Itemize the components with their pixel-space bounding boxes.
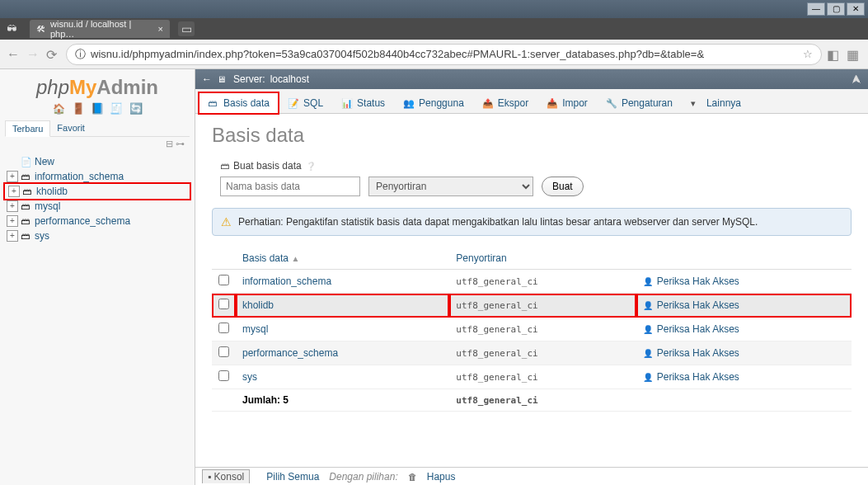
- minimize-button[interactable]: —: [807, 2, 825, 16]
- db-link[interactable]: performance_schema: [242, 347, 338, 359]
- table-row: mysql utf8_general_ci Periksa Hak Akses: [212, 318, 852, 341]
- scroll-top-icon[interactable]: ⮝: [852, 73, 861, 85]
- content-area: Basis data Buat basis data Penyortiran B…: [195, 114, 868, 467]
- sidebar: phpMyAdmin 🚪 📘 🧾 🔄 Terbaru Favorit ⊟ ⊶ N…: [0, 69, 195, 485]
- check-privileges-link[interactable]: Periksa Hak Akses: [657, 347, 739, 359]
- db-link[interactable]: information_schema: [242, 275, 331, 287]
- expand-icon[interactable]: +: [7, 171, 18, 182]
- create-database-section: Buat basis data Penyortiran Buat: [220, 160, 852, 196]
- tab-sql[interactable]: SQL: [279, 92, 332, 113]
- extension-icon-2[interactable]: ▦: [847, 47, 861, 62]
- db-link[interactable]: sys: [242, 371, 257, 383]
- close-window-button[interactable]: ✕: [847, 2, 865, 16]
- tree-item[interactable]: + sys: [5, 228, 190, 243]
- table-row: performance_schema utf8_general_ci Perik…: [212, 341, 852, 365]
- collation-value: utf8_general_ci: [449, 365, 636, 389]
- tab-recent[interactable]: Terbaru: [5, 120, 50, 137]
- col-database[interactable]: Basis data ▲: [236, 247, 449, 270]
- check-privileges-link[interactable]: Periksa Hak Akses: [657, 275, 739, 287]
- maximize-button[interactable]: ▢: [827, 2, 845, 16]
- home-icon[interactable]: [52, 102, 65, 115]
- select-all-link[interactable]: Pilih Semua: [266, 471, 319, 483]
- create-button[interactable]: Buat: [542, 177, 584, 196]
- reload-button[interactable]: ⟳: [46, 47, 61, 62]
- nav-collapse-icon[interactable]: ←: [202, 73, 212, 85]
- db-add-icon: [220, 160, 229, 172]
- breadcrumb: ← Server: localhost ⮝: [195, 69, 868, 89]
- expand-icon[interactable]: +: [7, 200, 18, 212]
- database-table: Basis data ▲ Penyortiran information_sch…: [212, 247, 852, 412]
- back-button[interactable]: ←: [7, 47, 21, 62]
- collapse-all-icon[interactable]: ⊟ ⊶: [5, 137, 190, 151]
- db-link[interactable]: mysql: [242, 323, 268, 335]
- reload-nav-icon[interactable]: 🔄: [129, 102, 143, 115]
- database-icon: [21, 230, 32, 242]
- collation-value: utf8_general_ci: [449, 341, 636, 365]
- collation-value: utf8_general_ci: [449, 318, 636, 341]
- console-toggle[interactable]: ▪ Konsol: [202, 469, 250, 483]
- docs-icon[interactable]: 📘: [91, 102, 104, 115]
- delete-link[interactable]: Hapus: [427, 471, 456, 483]
- tab-title: wisnu.id / localhost | php…: [50, 19, 150, 39]
- address-bar[interactable]: ⓘ wisnu.id/phpmyadmin/index.php?token=53…: [66, 44, 822, 65]
- help-icon[interactable]: [306, 160, 316, 172]
- logout-icon[interactable]: 🚪: [72, 102, 85, 115]
- row-checkbox[interactable]: [218, 275, 229, 285]
- info-icon[interactable]: ⓘ: [75, 47, 86, 62]
- row-checkbox[interactable]: [218, 346, 229, 357]
- expand-icon[interactable]: +: [7, 230, 18, 242]
- row-checkbox[interactable]: [218, 370, 229, 381]
- sql-query-icon[interactable]: 🧾: [110, 102, 123, 115]
- tab-export[interactable]: Ekspor: [473, 92, 537, 113]
- check-privileges-link[interactable]: Periksa Hak Akses: [657, 371, 739, 383]
- privileges-icon: [643, 276, 655, 286]
- sidebar-quicklinks: 🚪 📘 🧾 🔄: [5, 101, 190, 120]
- tab-favorite[interactable]: Favorit: [50, 120, 91, 136]
- sort-asc-icon: ▲: [291, 254, 299, 263]
- page-title: Basis data: [212, 124, 852, 147]
- tree-item[interactable]: + mysql: [5, 199, 190, 214]
- tab-close-icon[interactable]: ×: [158, 24, 163, 34]
- collation-value: utf8_general_ci: [449, 270, 636, 294]
- tab-import[interactable]: Impor: [537, 92, 597, 113]
- db-link[interactable]: kholidb: [242, 299, 274, 311]
- privileges-icon: [643, 348, 655, 358]
- bookmark-star-icon[interactable]: ☆: [803, 48, 813, 60]
- gear-icon: [606, 97, 617, 109]
- tree-item-highlighted[interactable]: + kholidb: [7, 184, 188, 199]
- expand-icon[interactable]: +: [7, 215, 18, 227]
- db-name-input[interactable]: [220, 177, 360, 196]
- phpmyadmin-logo[interactable]: phpMyAdmin: [5, 73, 190, 101]
- import-icon: [547, 97, 558, 109]
- tab-databases[interactable]: Basis data: [199, 92, 279, 114]
- expand-icon[interactable]: +: [8, 186, 20, 197]
- new-tab-button[interactable]: ▭: [178, 21, 195, 36]
- row-checkbox[interactable]: [218, 323, 229, 333]
- collation-select[interactable]: Penyortiran: [368, 177, 533, 196]
- col-collation[interactable]: Penyortiran: [449, 247, 636, 270]
- database-icon: [21, 200, 32, 212]
- warning-icon: ⚠: [221, 215, 232, 228]
- browser-tab[interactable]: 🛠 wisnu.id / localhost | php… ×: [30, 20, 170, 38]
- privileges-icon: [643, 372, 655, 382]
- tab-status[interactable]: Status: [332, 92, 394, 113]
- db-tree: New + information_schema + kholidb + mys…: [5, 154, 190, 243]
- extension-icon[interactable]: ◧: [827, 47, 842, 62]
- collation-value: utf8_general_ci: [449, 294, 636, 318]
- privileges-icon: [643, 324, 655, 334]
- tree-item[interactable]: + performance_schema: [5, 214, 190, 228]
- tab-settings[interactable]: Pengaturan: [597, 92, 682, 113]
- favicon-icon: 🛠: [36, 24, 45, 34]
- row-checkbox[interactable]: [218, 299, 229, 309]
- check-privileges-link[interactable]: Periksa Hak Akses: [657, 323, 739, 335]
- users-icon: [403, 97, 415, 109]
- forward-button[interactable]: →: [26, 47, 41, 62]
- tab-more[interactable]: Lainnya: [682, 92, 750, 113]
- check-privileges-link[interactable]: Periksa Hak Akses: [657, 299, 739, 311]
- warning-notice: ⚠ Perhatian: Pengaktifan statistik basis…: [212, 208, 852, 236]
- new-db-icon: [21, 156, 32, 167]
- breadcrumb-server-name[interactable]: localhost: [270, 73, 309, 85]
- tree-new[interactable]: New: [5, 154, 190, 169]
- privileges-icon: [643, 300, 655, 310]
- tab-users[interactable]: Pengguna: [394, 92, 473, 113]
